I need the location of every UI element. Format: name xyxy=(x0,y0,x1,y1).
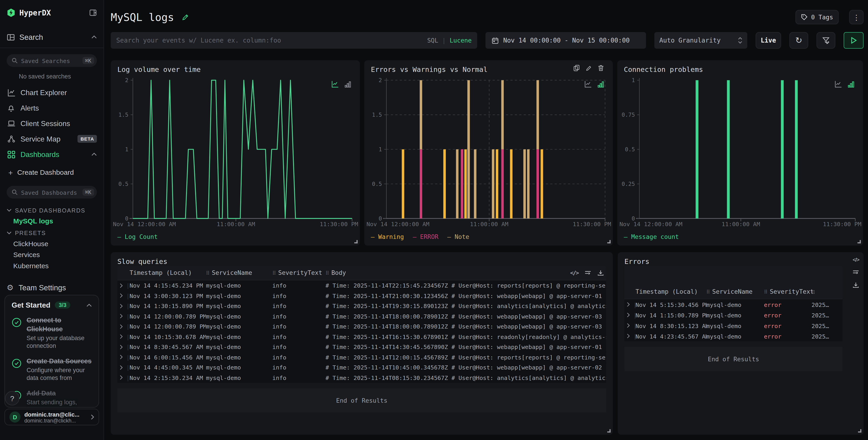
filter-button[interactable] xyxy=(816,32,835,49)
resize-handle[interactable] xyxy=(858,429,861,433)
chart-legend: — Warning— ERROR— Note xyxy=(371,233,469,241)
table-row[interactable]: |Nov 14 12:00:00.789 PMmysql-demoinfo# T… xyxy=(117,311,606,321)
table-row[interactable]: |Nov 14 8:30:15.123 AMmysql-demoerror202… xyxy=(624,320,842,331)
resize-handle[interactable] xyxy=(607,240,611,243)
expand-row-icon[interactable] xyxy=(120,344,123,349)
expand-row-icon[interactable] xyxy=(120,334,123,339)
wrap-text-icon[interactable] xyxy=(852,269,859,275)
column-drag-handle[interactable]: ⠿ xyxy=(272,270,276,276)
table-row[interactable]: |Nov 14 5:15:30.456 PMmysql-demoerror202… xyxy=(624,299,842,310)
legend-item-warning[interactable]: — Warning xyxy=(371,233,404,241)
bell-icon xyxy=(7,104,16,112)
tags-button[interactable]: 0 Tags xyxy=(796,10,839,24)
legend-item-error[interactable]: — ERROR xyxy=(413,233,439,241)
query-language-toggle[interactable]: SQL|Lucene xyxy=(427,37,472,44)
resize-handle[interactable] xyxy=(354,240,358,243)
expand-row-icon[interactable] xyxy=(627,334,630,339)
table-row[interactable]: |Nov 14 4:23:45.567 AMmysql-demoerror202… xyxy=(624,331,842,341)
live-button[interactable]: Live xyxy=(755,32,781,49)
table-row[interactable]: |Nov 14 8:30:45.567 AMmysql-demoinfo# Ti… xyxy=(117,342,606,352)
refresh-button[interactable]: ↻ xyxy=(789,32,808,49)
help-button[interactable]: ? xyxy=(5,391,19,405)
wrap-text-icon[interactable] xyxy=(585,270,591,276)
expand-row-icon[interactable] xyxy=(120,365,123,370)
get-started-item[interactable]: Connect to ClickHouseSet up your databas… xyxy=(11,316,92,350)
saved-dashboards-input[interactable]: Saved Dashboards ⌘K xyxy=(7,186,97,199)
sidebar-item-team-settings[interactable]: ⚙ Team Settings xyxy=(0,280,103,295)
errors-warnings-chart[interactable]: 21.510.50Nov 14 12:00:00 AM11:00:00 AM11… xyxy=(364,76,613,226)
column-drag-handle[interactable]: ⠿ xyxy=(326,270,329,276)
sidebar-item-service-map[interactable]: Service MapBETA xyxy=(0,131,103,146)
create-dashboard-button[interactable]: + Create Dashboard xyxy=(0,165,103,180)
svg-text:1: 1 xyxy=(632,77,635,83)
connection-problems-chart[interactable]: 10.750.50.250Nov 14 12:00:00 AM11:00:00 … xyxy=(617,76,863,226)
view-source-icon[interactable]: </> xyxy=(570,270,579,276)
expand-row-icon[interactable] xyxy=(120,375,123,380)
expand-row-icon[interactable] xyxy=(120,283,123,288)
legend-item-message-count[interactable]: — Message count xyxy=(624,233,679,241)
view-source-icon[interactable]: </> xyxy=(853,257,859,263)
date-range-picker[interactable]: Nov 14 00:00:00 - Nov 15 00:00:00 xyxy=(486,32,646,49)
column-drag-handle[interactable]: ⠿ xyxy=(206,270,210,276)
hyperdx-logo-icon xyxy=(7,8,16,17)
sidebar-item-client-sessions[interactable]: Client Sessions xyxy=(0,115,103,131)
chart-legend: — Log Count xyxy=(117,233,158,241)
tree-group-saved-dashboards[interactable]: SAVED DASHBOARDS xyxy=(0,204,103,216)
chevron-down-icon xyxy=(7,208,11,211)
chevron-up-icon[interactable] xyxy=(91,35,97,39)
saved-searches-input[interactable]: Saved Searches ⌘K xyxy=(7,54,97,67)
sidebar-item-dashboards[interactable]: Dashboards xyxy=(0,146,103,162)
get-started-item[interactable]: Create Data SourcesConfigure where your … xyxy=(11,357,92,382)
table-row[interactable]: |Nov 14 1:15:00.789 PMmysql-demoerror202… xyxy=(624,310,842,320)
delete-chart-icon[interactable] xyxy=(598,65,604,71)
table-row[interactable]: |Nov 14 1:30:15.890 PMmysql-demoinfo# Ti… xyxy=(117,301,606,311)
table-row[interactable]: |Nov 14 4:45:00.345 AMmysql-demoinfo# Ti… xyxy=(117,362,606,372)
download-icon[interactable] xyxy=(597,270,604,276)
edit-chart-icon[interactable] xyxy=(586,65,592,71)
resize-handle[interactable] xyxy=(607,429,611,433)
expand-row-icon[interactable] xyxy=(627,302,630,307)
legend-item-note[interactable]: — Note xyxy=(447,233,469,241)
run-query-button[interactable] xyxy=(844,32,864,49)
table-row[interactable]: |Nov 14 12:00:00.789 PMmysql-demoinfo# T… xyxy=(117,321,606,332)
filter-icon xyxy=(822,36,830,44)
dashboard-link-clickhouse[interactable]: ClickHouse xyxy=(0,238,103,249)
column-drag-handle[interactable]: ⠿ xyxy=(811,290,815,295)
expand-row-icon[interactable] xyxy=(120,355,123,360)
dashboard-link-kubernetes[interactable]: Kubernetes xyxy=(0,261,103,272)
table-row[interactable]: |Nov 14 2:15:30.234 AMmysql-demoinfo# Ti… xyxy=(117,372,606,383)
granularity-select[interactable]: Auto Granularity xyxy=(654,32,747,49)
expand-row-icon[interactable] xyxy=(120,324,123,329)
column-drag-handle[interactable]: ⠿ xyxy=(706,289,710,294)
sidebar-collapse-icon[interactable] xyxy=(89,9,97,16)
event-search-input[interactable]: Search your events w/ Lucene ex. column:… xyxy=(111,32,477,49)
svg-text:11:00:00 AM: 11:00:00 AM xyxy=(721,221,760,226)
duplicate-chart-icon[interactable] xyxy=(574,65,580,71)
expand-row-icon[interactable] xyxy=(120,304,123,308)
sidebar-section-search[interactable]: Search xyxy=(0,31,103,43)
dashboard-link-mysql-logs[interactable]: MySQL logs xyxy=(0,216,103,227)
sidebar-item-chart-explorer[interactable]: Chart Explorer xyxy=(0,84,103,100)
expand-row-icon[interactable] xyxy=(627,313,630,317)
download-icon[interactable] xyxy=(852,282,859,288)
edit-title-icon[interactable] xyxy=(182,14,189,21)
tree-group-presets[interactable]: PRESETS xyxy=(0,227,103,238)
resize-handle[interactable] xyxy=(858,240,861,243)
expand-row-icon[interactable] xyxy=(120,293,123,298)
more-options-button[interactable]: ⋮ xyxy=(849,10,863,24)
table-row[interactable]: |Nov 14 6:00:15.456 AMmysql-demoinfo# Ti… xyxy=(117,352,606,362)
user-menu[interactable]: D dominic.tran@clic... dominic.tran@clic… xyxy=(4,409,99,426)
expand-row-icon[interactable] xyxy=(120,314,123,319)
chevron-up-icon[interactable] xyxy=(86,303,92,307)
sidebar-item-alerts[interactable]: Alerts xyxy=(0,100,103,115)
table-row[interactable]: |Nov 14 4:15:45.234 PMmysql-demoinfo# Ti… xyxy=(117,280,606,291)
legend-item-log-count[interactable]: — Log Count xyxy=(117,233,158,241)
search-icon xyxy=(11,58,18,64)
log-volume-chart[interactable]: 21.510.50Nov 14 12:00:00 AM11:00:00 AM11… xyxy=(111,76,360,226)
table-row[interactable]: |Nov 14 3:00:30.123 PMmysql-demoinfo# Ti… xyxy=(117,291,606,301)
get-started-item[interactable]: Add DataStart sending logs, metrics, or … xyxy=(11,389,92,408)
dashboard-link-services[interactable]: Services xyxy=(0,249,103,261)
table-row[interactable]: |Nov 14 10:15:30.678 AMmysql-demoinfo# T… xyxy=(117,332,606,342)
column-drag-handle[interactable]: ⠿ xyxy=(764,289,768,294)
expand-row-icon[interactable] xyxy=(627,323,630,328)
